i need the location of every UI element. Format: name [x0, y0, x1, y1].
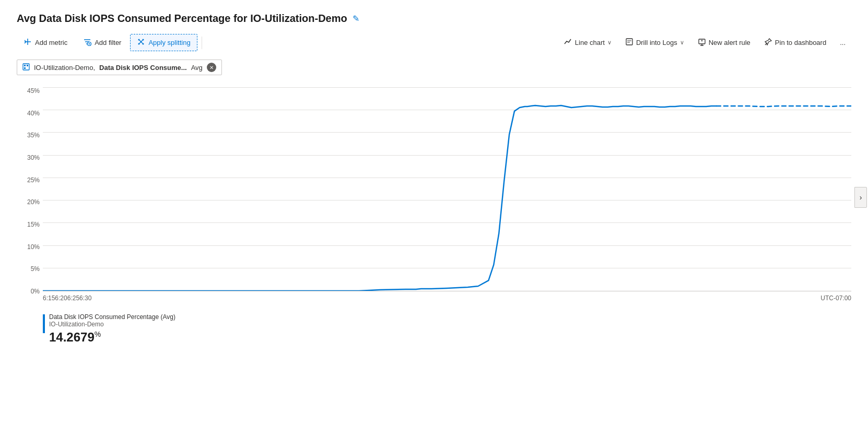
svg-rect-9 — [23, 64, 29, 70]
drill-logs-icon — [625, 38, 634, 48]
legend-value: 14.2679% — [49, 330, 175, 345]
legend-area: Data Disk IOPS Consumed Percentage (Avg)… — [17, 313, 851, 345]
chart-inner — [43, 88, 851, 291]
add-filter-button[interactable]: Add filter — [76, 34, 128, 51]
x-label-625: 6:25 — [67, 294, 79, 302]
new-alert-rule-button[interactable]: New alert rule — [692, 34, 756, 51]
x-axis: 6:15 6:20 6:25 6:30 UTC-07:00 — [43, 291, 851, 302]
chart-area: 0% 5% 10% 15% 20% 25% 30% 35% 40% 45% — [17, 88, 851, 307]
y-label-5: 5% — [17, 266, 43, 272]
y-label-0: 0% — [17, 288, 43, 294]
metric-tag-resource: IO-Utilization-Demo, — [34, 64, 95, 72]
svg-rect-10 — [24, 65, 26, 66]
pin-to-dashboard-button[interactable]: Pin to dashboard — [758, 34, 832, 51]
add-filter-icon — [83, 38, 91, 48]
legend-color-bar — [43, 314, 45, 333]
toolbar: Add metric Add filter Apply splitting Li… — [17, 34, 851, 51]
metric-tag-metric: Data Disk IOPS Consume... — [99, 64, 187, 72]
expand-chart-button[interactable]: › — [854, 187, 867, 208]
svg-rect-6 — [626, 39, 632, 45]
x-label-utc: UTC-07:00 — [820, 294, 851, 302]
apply-splitting-icon — [137, 38, 145, 48]
legend-item: Data Disk IOPS Consumed Percentage (Avg)… — [43, 313, 851, 345]
apply-splitting-button[interactable]: Apply splitting — [130, 34, 197, 51]
y-label-35: 35% — [17, 132, 43, 138]
line-chart-icon — [564, 38, 572, 48]
line-chart-button[interactable]: Line chart ∨ — [558, 34, 617, 51]
line-chart-chevron: ∨ — [607, 39, 612, 46]
add-metric-button[interactable]: Add metric — [17, 34, 74, 51]
y-label-15: 15% — [17, 221, 43, 228]
metric-tag-close-button[interactable]: ✕ — [207, 63, 216, 72]
y-axis: 0% 5% 10% 15% 20% 25% 30% 35% 40% 45% — [17, 88, 43, 307]
toolbar-right: Line chart ∨ Drill into Logs ∨ New alert… — [558, 34, 851, 51]
y-label-40: 40% — [17, 110, 43, 116]
toolbar-divider-1 — [202, 37, 202, 49]
chart-container: 6:15 6:20 6:25 6:30 UTC-07:00 › — [43, 88, 851, 307]
metric-tag: IO-Utilization-Demo, Data Disk IOPS Cons… — [17, 60, 222, 75]
svg-rect-12 — [24, 67, 26, 69]
y-label-25: 25% — [17, 177, 43, 183]
svg-rect-11 — [27, 65, 28, 66]
y-label-45: 45% — [17, 88, 43, 94]
y-label-10: 10% — [17, 244, 43, 250]
x-label-620: 6:20 — [55, 294, 67, 302]
drill-logs-chevron: ∨ — [680, 39, 684, 46]
pin-icon — [764, 38, 772, 48]
metric-tag-icon — [22, 63, 30, 72]
alert-rule-icon — [698, 38, 706, 48]
metric-tag-agg: Avg — [191, 64, 203, 72]
x-label-615: 6:15 — [43, 294, 55, 302]
legend-resource-name: IO-Utilization-Demo — [49, 321, 175, 328]
page-title-row: Avg Data Disk IOPS Consumed Percentage f… — [17, 13, 851, 25]
edit-icon[interactable]: ✎ — [353, 14, 359, 23]
add-metric-icon — [24, 38, 32, 48]
y-label-20: 20% — [17, 199, 43, 205]
legend-metric-name: Data Disk IOPS Consumed Percentage (Avg) — [49, 313, 175, 321]
legend-text: Data Disk IOPS Consumed Percentage (Avg)… — [49, 313, 175, 345]
drill-into-logs-button[interactable]: Drill into Logs ∨ — [619, 34, 690, 51]
chart-svg — [43, 88, 851, 291]
page-title: Avg Data Disk IOPS Consumed Percentage f… — [17, 13, 347, 25]
y-label-30: 30% — [17, 155, 43, 161]
x-label-630: 6:30 — [79, 294, 91, 302]
more-options-button[interactable]: ... — [834, 35, 851, 50]
